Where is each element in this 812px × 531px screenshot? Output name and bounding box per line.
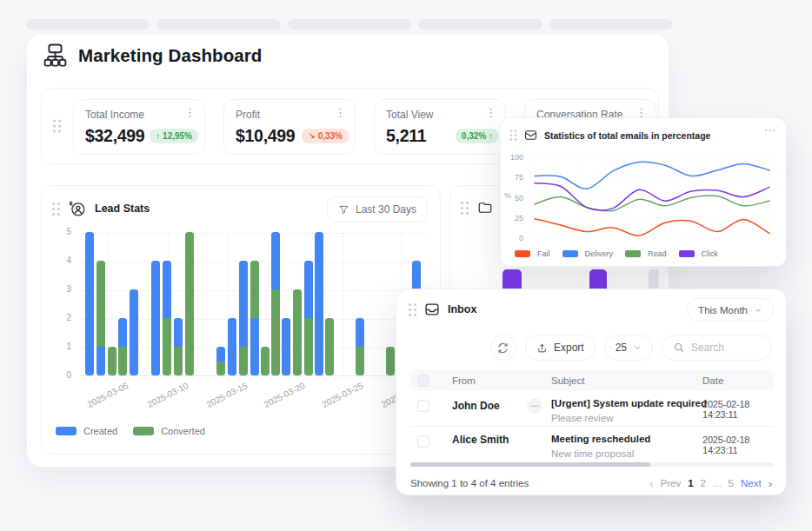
bar: [239, 261, 248, 375]
bar-segment-created: [356, 318, 364, 347]
bar: [304, 261, 313, 375]
page-button[interactable]: 5: [729, 478, 734, 488]
row-checkbox[interactable]: [417, 435, 429, 448]
row-menu-button[interactable]: ⋯: [527, 398, 542, 414]
refresh-button[interactable]: [490, 335, 516, 361]
next-chevron[interactable]: ›: [769, 477, 772, 490]
page-title: Marketing Dashboard: [78, 45, 263, 66]
x-tick-label: 2025-03-05: [86, 381, 130, 409]
bar-segment-converted: [118, 347, 127, 375]
bar: [271, 232, 280, 375]
drag-handle[interactable]: [53, 120, 61, 133]
next-button[interactable]: Next: [741, 478, 762, 488]
bar-segment-converted: [356, 347, 364, 375]
kebab-menu-icon[interactable]: ⋮: [335, 107, 346, 118]
bar-segment-converted: [174, 347, 183, 375]
y-tick-label: 0: [42, 370, 71, 380]
refresh-icon: [496, 342, 509, 355]
line-series-fail: [535, 219, 769, 236]
y-tick-label: 0: [506, 234, 523, 242]
bar: [151, 261, 160, 375]
bar: [118, 318, 127, 375]
legend-item: Read: [625, 249, 667, 258]
y-tick-label: 4: [42, 256, 71, 265]
prev-button[interactable]: Prev: [661, 478, 682, 488]
lead-stats-card: $ Lead Stats Last 30 Days 543210 2025-03…: [41, 185, 441, 455]
scrollbar-thumb[interactable]: [410, 462, 650, 467]
bar: [163, 261, 171, 375]
bar-segment-created: [304, 261, 313, 318]
bar-chart-x-axis: 2025-03-052025-03-102025-03-152025-03-20…: [80, 383, 426, 416]
subject-cell: Meeting rescheduledNew time proposal: [551, 434, 697, 459]
funnel-icon: [338, 204, 349, 216]
horizontal-scrollbar[interactable]: [410, 462, 774, 467]
stat-value-row: $10,499↘ 0,33%: [236, 126, 349, 146]
trend-badge: ↑ 12,95%: [150, 129, 198, 143]
legend-swatch: [562, 250, 578, 257]
page-button[interactable]: 2: [701, 478, 706, 488]
line-chart-plot: [530, 153, 774, 243]
bar: [293, 289, 302, 375]
page-button[interactable]: 1: [688, 478, 693, 488]
x-tick-label: 2025-03-10: [146, 381, 190, 409]
y-tick-label: 25: [506, 214, 523, 222]
drag-handle[interactable]: [409, 303, 416, 316]
legend-swatch: [625, 250, 641, 257]
search-input-wrapper[interactable]: [662, 335, 772, 361]
bar-segment-created: [250, 318, 259, 375]
row-checkbox[interactable]: [417, 400, 429, 412]
email-stats-title: Statistics of total emails in percentage: [544, 130, 710, 141]
x-tick-label: 2025-03-15: [205, 381, 250, 409]
prev-chevron[interactable]: ‹: [649, 477, 653, 490]
bar: [315, 232, 323, 375]
svg-text:$: $: [70, 200, 73, 206]
kebab-menu-icon[interactable]: ⋮: [485, 107, 496, 118]
bar: [185, 232, 194, 375]
bar: [174, 318, 183, 375]
y-tick-label: 5: [42, 227, 71, 236]
trend-badge: 0,32% ↑: [456, 129, 499, 143]
legend-swatch: [515, 250, 530, 257]
search-input[interactable]: [691, 342, 761, 354]
subject-preview: Please review: [551, 413, 697, 423]
legend-label: Click: [702, 249, 719, 258]
lead-icon: $: [69, 200, 86, 217]
period-dropdown[interactable]: This Month: [687, 298, 774, 322]
bar-segment-created: [315, 232, 323, 375]
bar-segment-created: [130, 289, 138, 375]
bar: [261, 347, 270, 375]
select-all-checkbox[interactable]: [417, 375, 429, 387]
last-30-days-filter-button[interactable]: Last 30 Days: [327, 196, 428, 222]
bar-segment-converted: [250, 261, 259, 318]
background-card-row: [26, 19, 673, 30]
bar-segment-created: [97, 347, 105, 375]
drag-handle[interactable]: [52, 202, 60, 216]
gridline: [343, 233, 343, 375]
bar-segment-created: [271, 232, 280, 289]
export-button[interactable]: Export: [525, 335, 596, 361]
page-size-dropdown[interactable]: 25: [604, 335, 653, 361]
drag-handle[interactable]: [510, 129, 517, 141]
date-cell: 2025-02-18 14:23:11: [697, 398, 774, 420]
x-tick-label: 2025-03-20: [263, 381, 307, 409]
y-axis-unit-label: %: [504, 191, 511, 200]
trend-arrow-icon: ↑: [156, 131, 160, 141]
drag-handle[interactable]: [461, 202, 469, 215]
card-menu-button[interactable]: ⋯: [764, 123, 775, 136]
table-row[interactable]: John Doe⋯[Urgent] System update required…: [410, 391, 774, 427]
subject-preview: New time proposal: [551, 448, 697, 459]
kebab-menu-icon[interactable]: ⋮: [184, 107, 196, 118]
legend-label: Read: [648, 249, 667, 258]
date-cell: 2025-02-18 14:23:11: [697, 434, 774, 455]
y-tick-label: 2: [42, 313, 71, 322]
pagination: ‹ Prev 12...5 Next ›: [649, 477, 772, 490]
chevron-down-icon: [754, 306, 762, 315]
bar: [250, 261, 259, 375]
legend-item: Delivery: [562, 249, 614, 258]
subject-text: [Urgent] System update required: [551, 398, 697, 408]
legend-item: Fail: [515, 249, 550, 258]
bar-segment-converted: [293, 289, 302, 375]
stat-card-total-income: Total Income⋮$32,499↑ 12,95%: [73, 99, 205, 155]
table-row[interactable]: Alice SmithMeeting rescheduledNew time p…: [410, 427, 774, 462]
bar: [356, 318, 364, 375]
